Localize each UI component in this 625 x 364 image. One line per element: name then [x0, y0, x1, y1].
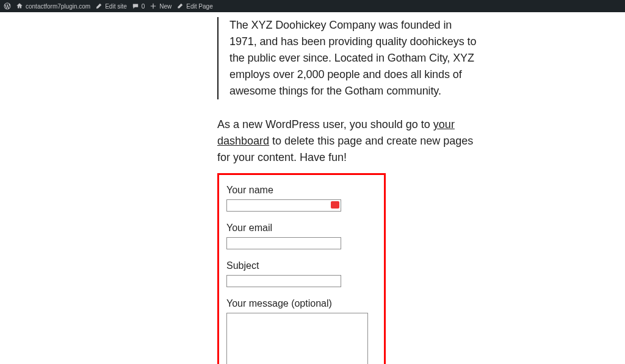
paragraph-pre: As a new WordPress user, you should go t…	[217, 118, 433, 130]
site-name-label: contactform7plugin.com	[26, 3, 90, 10]
new-label: New	[159, 3, 172, 10]
brush-icon	[95, 2, 103, 10]
new-content-link[interactable]: New	[150, 2, 172, 10]
page-wrap: The XYZ Doohickey Company was founded in…	[0, 12, 625, 364]
intro-paragraph: As a new WordPress user, you should go t…	[217, 116, 480, 166]
wp-logo[interactable]	[4, 2, 11, 10]
blockquote-text: The XYZ Doohickey Company was founded in…	[229, 17, 480, 99]
content-column: The XYZ Doohickey Company was founded in…	[217, 12, 480, 364]
message-group: Your message (optional)	[226, 298, 377, 364]
blockquote: The XYZ Doohickey Company was founded in…	[217, 17, 480, 99]
message-textarea[interactable]	[226, 313, 368, 364]
name-label: Your name	[226, 185, 377, 196]
edit-site-link[interactable]: Edit site	[95, 2, 127, 10]
edit-site-label: Edit site	[105, 3, 127, 10]
subject-group: Subject	[226, 260, 377, 287]
email-label: Your email	[226, 223, 377, 234]
home-icon	[16, 2, 23, 10]
site-name-link[interactable]: contactform7plugin.com	[16, 2, 90, 10]
name-group: Your name	[226, 185, 377, 212]
wp-admin-bar: contactform7plugin.com Edit site 0 New E…	[0, 0, 625, 12]
contact-form: Your name Your email Subject Your messag…	[217, 173, 386, 364]
name-input[interactable]	[226, 199, 341, 212]
subject-label: Subject	[226, 260, 377, 271]
email-input[interactable]	[226, 237, 341, 249]
autofill-icon[interactable]	[331, 201, 339, 209]
comments-count: 0	[142, 3, 145, 10]
pencil-icon	[176, 2, 184, 10]
subject-input[interactable]	[226, 275, 341, 287]
edit-page-link[interactable]: Edit Page	[176, 2, 212, 10]
comment-icon	[132, 2, 139, 10]
wordpress-icon	[4, 2, 11, 10]
email-group: Your email	[226, 223, 377, 249]
message-label: Your message (optional)	[226, 298, 377, 309]
edit-page-label: Edit Page	[186, 3, 212, 10]
plus-icon	[150, 2, 157, 10]
comments-link[interactable]: 0	[132, 2, 145, 10]
